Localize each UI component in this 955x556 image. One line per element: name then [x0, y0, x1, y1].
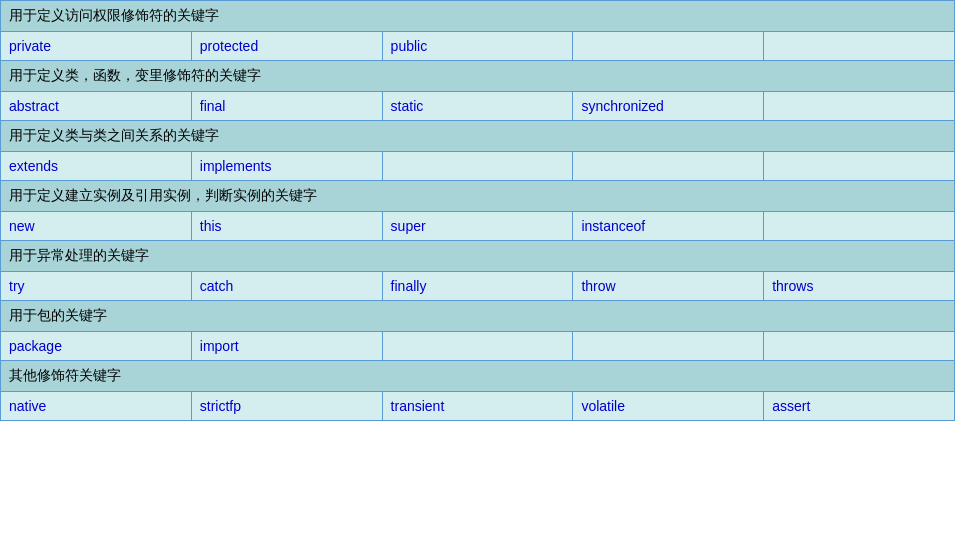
keyword-cell-6-2: transient	[382, 392, 573, 421]
keyword-cell-2-3	[573, 152, 764, 181]
section-header-2: 用于定义类与类之间关系的关键字	[1, 121, 955, 152]
keyword-row-5: packageimport	[1, 332, 955, 361]
keyword-cell-4-2: finally	[382, 272, 573, 301]
keyword-cell-1-1: final	[191, 92, 382, 121]
section-header-3: 用于定义建立实例及引用实例，判断实例的关键字	[1, 181, 955, 212]
keyword-cell-1-2: static	[382, 92, 573, 121]
keyword-cell-3-4	[764, 212, 955, 241]
keyword-cell-5-2	[382, 332, 573, 361]
section-title-3: 用于定义建立实例及引用实例，判断实例的关键字	[1, 181, 955, 212]
keyword-cell-4-1: catch	[191, 272, 382, 301]
keyword-row-0: privateprotectedpublic	[1, 32, 955, 61]
keyword-cell-5-3	[573, 332, 764, 361]
keyword-row-1: abstractfinalstaticsynchronized	[1, 92, 955, 121]
section-header-0: 用于定义访问权限修饰符的关键字	[1, 1, 955, 32]
keyword-cell-5-1: import	[191, 332, 382, 361]
section-header-4: 用于异常处理的关键字	[1, 241, 955, 272]
section-title-2: 用于定义类与类之间关系的关键字	[1, 121, 955, 152]
keyword-cell-4-3: throw	[573, 272, 764, 301]
section-title-1: 用于定义类，函数，变里修饰符的关键字	[1, 61, 955, 92]
keyword-cell-0-1: protected	[191, 32, 382, 61]
section-title-0: 用于定义访问权限修饰符的关键字	[1, 1, 955, 32]
section-title-4: 用于异常处理的关键字	[1, 241, 955, 272]
keywords-table: 用于定义访问权限修饰符的关键字privateprotectedpublic用于定…	[0, 0, 955, 421]
section-header-6: 其他修饰符关键字	[1, 361, 955, 392]
keyword-cell-4-0: try	[1, 272, 192, 301]
keyword-cell-3-2: super	[382, 212, 573, 241]
keyword-cell-5-4	[764, 332, 955, 361]
keyword-cell-5-0: package	[1, 332, 192, 361]
section-header-1: 用于定义类，函数，变里修饰符的关键字	[1, 61, 955, 92]
section-title-6: 其他修饰符关键字	[1, 361, 955, 392]
keyword-cell-6-4: assert	[764, 392, 955, 421]
keyword-row-2: extendsimplements	[1, 152, 955, 181]
keyword-cell-3-1: this	[191, 212, 382, 241]
keyword-row-3: newthissuperinstanceof	[1, 212, 955, 241]
keyword-cell-0-3	[573, 32, 764, 61]
keyword-cell-4-4: throws	[764, 272, 955, 301]
section-title-5: 用于包的关键字	[1, 301, 955, 332]
keyword-cell-3-0: new	[1, 212, 192, 241]
keyword-cell-2-0: extends	[1, 152, 192, 181]
keyword-cell-1-4	[764, 92, 955, 121]
keyword-cell-6-3: volatile	[573, 392, 764, 421]
keyword-cell-6-0: native	[1, 392, 192, 421]
keyword-cell-1-0: abstract	[1, 92, 192, 121]
keyword-row-4: trycatchfinallythrowthrows	[1, 272, 955, 301]
keyword-cell-0-4	[764, 32, 955, 61]
keyword-cell-6-1: strictfp	[191, 392, 382, 421]
keyword-row-6: nativestrictfptransientvolatileassert	[1, 392, 955, 421]
keyword-cell-0-0: private	[1, 32, 192, 61]
keyword-cell-1-3: synchronized	[573, 92, 764, 121]
keyword-cell-3-3: instanceof	[573, 212, 764, 241]
section-header-5: 用于包的关键字	[1, 301, 955, 332]
keyword-cell-0-2: public	[382, 32, 573, 61]
keyword-cell-2-2	[382, 152, 573, 181]
keyword-cell-2-4	[764, 152, 955, 181]
keyword-cell-2-1: implements	[191, 152, 382, 181]
